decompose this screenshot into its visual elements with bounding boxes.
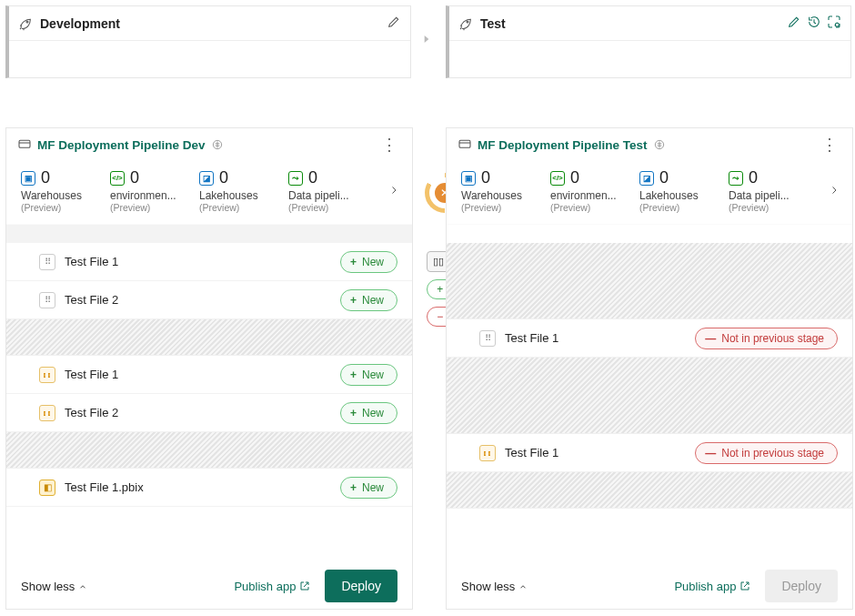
metrics-strip: ▣0 Warehouses (Preview) </>0 environmen.… — [447, 156, 852, 225]
stage-header-test: Test — [446, 5, 851, 78]
report-icon: ⫾⫾ — [479, 445, 496, 461]
status-badge-new: +New — [340, 289, 397, 311]
svg-rect-3 — [19, 140, 30, 147]
section-divider — [6, 319, 412, 356]
artifact-name: Test File 1.pbix — [65, 480, 144, 494]
stage-title: Test — [480, 16, 506, 31]
section-divider — [6, 432, 412, 469]
section-divider — [447, 472, 852, 509]
history-icon[interactable] — [807, 15, 821, 32]
artifact-name: Test File 1 — [65, 255, 118, 268]
publish-app-link[interactable]: Publish app — [234, 580, 310, 593]
edit-stage-icon[interactable] — [787, 15, 801, 32]
metric-environments[interactable]: </>0 environmen... (Preview) — [110, 168, 194, 213]
workspace-menu-button[interactable]: ⋮ — [818, 138, 841, 151]
deploy-button[interactable]: Deploy — [325, 570, 397, 602]
rocket-icon — [18, 16, 33, 31]
metrics-strip: ▣0 Warehouses (Preview) </>0 environmen.… — [6, 156, 412, 225]
metrics-next-icon[interactable] — [829, 184, 845, 198]
svg-point-1 — [467, 21, 468, 23]
status-badge-not-in-prev: —Not in previous stage — [695, 442, 838, 464]
status-badge-new: +New — [340, 477, 397, 499]
workspace-icon — [17, 137, 32, 152]
lakehouse-icon: ◪ — [639, 171, 654, 186]
premium-icon — [653, 138, 666, 151]
section-gap — [6, 225, 412, 243]
deploy-button: Deploy — [765, 570, 838, 602]
metric-warehouses[interactable]: ▣0 Warehouses (Preview) — [461, 168, 545, 213]
pipeline-icon: ⤳ — [288, 171, 303, 186]
artifact-row[interactable]: ⠿ Test File 1 ++ NewNew — [6, 243, 412, 281]
stage-header-development: Development — [5, 5, 411, 78]
show-less-toggle[interactable]: Show less — [21, 580, 87, 593]
dataset-icon: ⠿ — [39, 254, 55, 270]
artifact-name: Test File 1 — [65, 368, 118, 381]
artifact-name: Test File 2 — [65, 406, 118, 419]
dataset-icon: ⠿ — [39, 292, 55, 308]
workspace-icon — [458, 137, 472, 152]
deployment-rules-icon[interactable] — [827, 15, 841, 32]
metric-datapipelines[interactable]: ⤳0 Data pipeli... (Preview) — [288, 168, 372, 213]
publish-app-link[interactable]: Publish app — [674, 580, 750, 593]
artifact-name: Test File 2 — [65, 293, 118, 307]
rocket-icon — [458, 16, 473, 31]
section-gap — [447, 225, 852, 243]
artifact-row[interactable]: ⠿ Test File 2 +New — [6, 281, 412, 319]
warehouse-icon: ▣ — [21, 171, 35, 186]
external-link-icon — [299, 581, 310, 591]
metrics-next-icon[interactable] — [388, 184, 405, 198]
external-link-icon — [739, 581, 750, 591]
artifact-row[interactable]: ⫾⫾ Test File 1 +New — [6, 356, 412, 394]
artifact-row[interactable]: ◧ Test File 1.pbix +New — [6, 469, 412, 507]
workspace-name: MF Deployment Pipeline Dev — [37, 138, 206, 152]
compare-columns-icon: ▯▯ — [433, 256, 444, 268]
warehouse-icon: ▣ — [461, 171, 476, 186]
section-divider — [447, 358, 852, 434]
status-badge-new: ++ NewNew — [340, 251, 397, 273]
artifact-name: Test File 1 — [505, 331, 558, 345]
svg-point-0 — [26, 21, 28, 23]
artifact-row[interactable]: ⫾⫾ Test File 2 +New — [6, 394, 412, 432]
pipeline-icon: ⤳ — [729, 171, 743, 186]
report-icon: ⫾⫾ — [39, 405, 55, 421]
lakehouse-icon: ◪ — [199, 171, 214, 186]
workspace-menu-button[interactable]: ⋮ — [377, 138, 401, 151]
premium-icon — [211, 138, 224, 151]
artifact-row[interactable]: ⫾⫾ Test File 1 —Not in previous stage — [447, 434, 852, 472]
workspace-name: MF Deployment Pipeline Test — [478, 138, 648, 152]
edit-stage-icon[interactable] — [387, 15, 401, 32]
artifact-row[interactable]: ⠿ Test File 1 —Not in previous stage — [447, 319, 852, 358]
metric-environments[interactable]: </>0 environmen... (Preview) — [550, 168, 634, 213]
status-badge-new: +New — [340, 364, 397, 386]
stage-title: Development — [40, 16, 120, 31]
environment-icon: </> — [110, 171, 125, 186]
status-badge-not-in-prev: —Not in previous stage — [695, 328, 838, 349]
section-divider — [447, 243, 852, 319]
artifact-name: Test File 1 — [505, 446, 558, 459]
metric-lakehouses[interactable]: ◪0 Lakehouses (Preview) — [639, 168, 723, 213]
pbix-icon: ◧ — [39, 480, 55, 496]
metric-warehouses[interactable]: ▣0 Warehouses (Preview) — [21, 168, 105, 213]
stage-separator-icon — [420, 33, 433, 48]
metric-lakehouses[interactable]: ◪0 Lakehouses (Preview) — [199, 168, 283, 213]
svg-point-2 — [835, 23, 839, 26]
metric-datapipelines[interactable]: ⤳0 Data pipeli... (Preview) — [729, 168, 812, 213]
workspace-card-test: MF Deployment Pipeline Test ⋮ ▣0 Warehou… — [446, 127, 853, 610]
report-icon: ⫾⫾ — [39, 367, 55, 383]
workspace-card-dev: MF Deployment Pipeline Dev ⋮ ▣0 Warehous… — [5, 127, 413, 610]
environment-icon: </> — [550, 171, 565, 186]
status-badge-new: +New — [340, 402, 397, 424]
svg-rect-5 — [459, 140, 470, 147]
dataset-icon: ⠿ — [479, 330, 496, 347]
show-less-toggle[interactable]: Show less — [461, 580, 528, 593]
